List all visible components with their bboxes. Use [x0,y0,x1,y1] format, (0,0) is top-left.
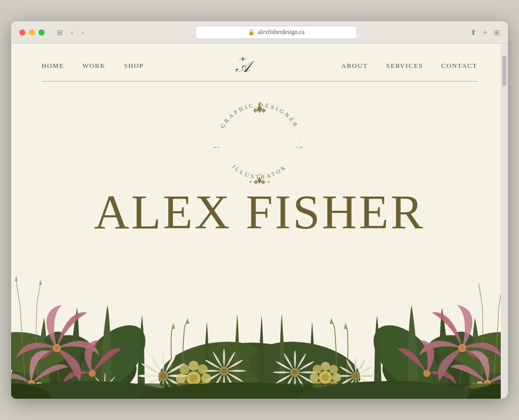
maximize-button[interactable] [39,29,45,35]
svg-point-55 [292,369,298,375]
svg-point-10 [249,181,251,183]
svg-point-51 [160,372,167,379]
svg-point-12 [259,173,261,175]
window-icon[interactable]: ⊞ [55,27,65,37]
svg-point-41 [55,346,59,350]
forward-button[interactable]: › [80,27,86,37]
svg-marker-29 [171,323,175,329]
svg-point-46 [460,346,464,350]
browser-window: ⊞ ‹ › 🔒 alexfisherdesign.ca ⬆ ＋ ⊞ HOME W… [11,21,508,399]
nav-work[interactable]: WORK [83,62,106,70]
svg-point-70 [329,365,338,374]
svg-point-78 [322,374,329,381]
svg-point-11 [268,181,270,183]
address-bar[interactable]: 🔒 alexfisherdesign.ca [195,26,357,39]
traffic-lights [19,29,45,35]
svg-point-75 [310,373,319,382]
nav-home[interactable]: HOME [42,62,64,70]
svg-point-49 [423,370,430,377]
nav-services[interactable]: SERVICES [386,62,423,70]
browser-actions: ⬆ ＋ ⊞ [470,28,500,37]
svg-rect-14 [218,147,219,148]
main-title: ALEX FISHER [94,188,425,237]
website-content: HOME WORK SHOP 𝒜 ABOUT SERVICES CONTACT [11,44,508,399]
back-button[interactable]: ‹ [69,27,76,37]
svg-point-76 [313,365,322,374]
nav-shop[interactable]: SHOP [124,62,144,70]
svg-point-60 [198,364,208,374]
close-button[interactable] [19,29,25,35]
nav-contact[interactable]: CONTACT [441,62,477,70]
lock-icon: 🔒 [248,29,255,35]
browser-titlebar: ⊞ ‹ › 🔒 alexfisherdesign.ca ⬆ ＋ ⊞ [11,21,508,44]
floral-illustration [11,226,508,399]
address-bar-container: 🔒 alexfisherdesign.ca [92,26,460,39]
main-nav: HOME WORK SHOP 𝒜 ABOUT SERVICES CONTACT [11,44,508,77]
svg-rect-13 [214,147,217,148]
svg-marker-33 [15,276,18,281]
floral-svg [11,226,508,399]
nav-logo[interactable]: 𝒜 [232,55,254,77]
nav-about[interactable]: ABOUT [341,62,368,70]
svg-point-57 [353,373,358,378]
svg-marker-30 [186,318,190,324]
scrollbar[interactable] [501,44,508,399]
sidebar-button[interactable]: ⊞ [494,28,500,36]
browser-controls: ⊞ ‹ › [55,27,86,37]
svg-point-68 [190,374,198,383]
logo-icon: 𝒜 [232,55,254,77]
svg-point-66 [179,364,190,374]
svg-marker-34 [39,279,42,285]
svg-point-69 [321,362,330,371]
new-tab-button[interactable]: ＋ [481,28,489,37]
svg-marker-31 [344,323,348,329]
svg-point-61 [201,373,211,384]
url-text: alexfisherdesign.ca [258,28,305,36]
svg-point-59 [189,361,199,371]
nav-left: HOME WORK SHOP [42,62,144,70]
svg-text:𝒜: 𝒜 [235,57,254,75]
share-button[interactable]: ⬆ [470,28,476,36]
svg-marker-32 [329,318,333,324]
svg-rect-16 [296,147,298,148]
hero-section: GRAPHIC DESIGNER ILLUSTRATOR [11,82,508,399]
minimize-button[interactable] [29,29,35,35]
svg-point-71 [332,373,341,382]
svg-point-44 [89,370,96,377]
nav-right: ABOUT SERVICES CONTACT [341,62,477,70]
svg-point-53 [221,368,227,374]
svg-point-65 [176,373,186,384]
